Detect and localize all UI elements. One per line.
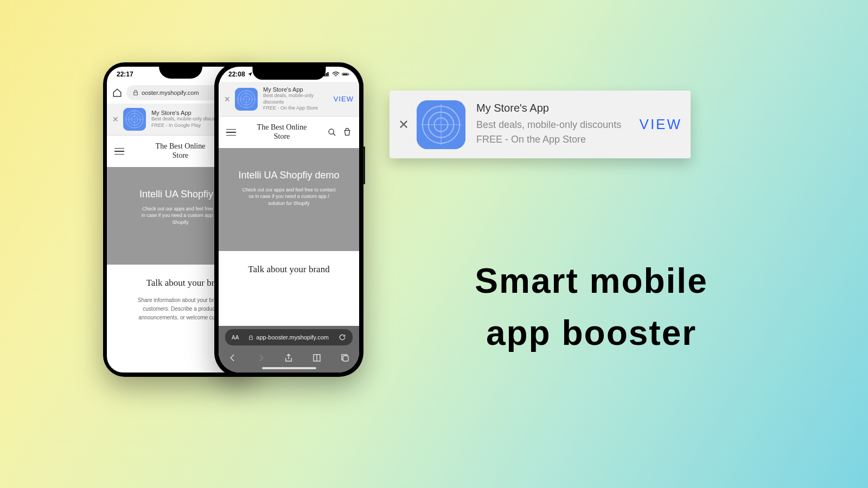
svg-rect-23 bbox=[343, 356, 348, 361]
store-title: The Best Online Store bbox=[236, 123, 328, 142]
cart-icon[interactable] bbox=[343, 128, 352, 137]
forward-icon[interactable] bbox=[256, 353, 266, 363]
banner-title: My Store's App bbox=[263, 86, 330, 93]
brand-section: Talk about your brand bbox=[219, 251, 359, 326]
hero-title: Intelli UA Shopfiy demo bbox=[229, 170, 348, 181]
app-icon bbox=[235, 88, 258, 111]
ios-phone-mockup: 22:08 ✕ My Store's App Best deals, mobil… bbox=[214, 62, 363, 377]
brand-title: Talk about your brand bbox=[228, 264, 349, 275]
app-icon bbox=[417, 100, 465, 149]
share-icon[interactable] bbox=[283, 353, 294, 363]
banner-free-line: FREE - On the App Store bbox=[263, 105, 330, 112]
lock-icon bbox=[133, 90, 138, 95]
lock-icon bbox=[248, 335, 253, 340]
url-text: app-booster.myshopify.com bbox=[256, 334, 329, 341]
hamburger-icon[interactable] bbox=[226, 129, 236, 136]
home-icon[interactable] bbox=[112, 88, 122, 98]
bookmarks-icon[interactable] bbox=[311, 353, 322, 363]
view-button[interactable]: VIEW bbox=[640, 116, 682, 133]
banner-subtitle-2: FREE - On the App Store bbox=[476, 132, 633, 147]
android-notch bbox=[159, 67, 202, 79]
svg-rect-11 bbox=[327, 72, 328, 76]
svg-point-21 bbox=[329, 129, 334, 134]
standalone-smart-banner: ✕ My Store's App Best deals, mobile-only… bbox=[390, 91, 691, 158]
search-icon[interactable] bbox=[328, 128, 336, 137]
ios-bottom-toolbar: AA app-booster.myshopify.com bbox=[219, 326, 359, 373]
location-icon bbox=[247, 72, 253, 77]
status-icons bbox=[322, 72, 349, 77]
close-icon[interactable]: ✕ bbox=[398, 117, 409, 132]
app-icon bbox=[123, 108, 146, 131]
svg-rect-10 bbox=[326, 73, 327, 76]
hero-section: Intelli UA Shopfiy demo Check out our ap… bbox=[219, 148, 359, 251]
svg-rect-13 bbox=[343, 74, 348, 75]
status-left: 22:08 bbox=[228, 70, 253, 78]
banner-subtitle: Best deals, mobile-only discounts bbox=[263, 93, 330, 105]
close-icon[interactable]: ✕ bbox=[112, 115, 119, 124]
tabs-icon[interactable] bbox=[340, 353, 350, 363]
home-indicator bbox=[262, 367, 316, 369]
status-time: 22:17 bbox=[117, 70, 133, 78]
view-button[interactable]: VIEW bbox=[334, 95, 354, 103]
svg-line-22 bbox=[333, 133, 335, 136]
hero-subtitle: Check out our apps and feel free to cont… bbox=[229, 187, 348, 207]
text-size-icon[interactable]: AA bbox=[232, 335, 239, 341]
store-header: The Best Online Store bbox=[219, 117, 359, 148]
url-text: ooster.myshopify.com bbox=[142, 89, 199, 96]
ios-notch bbox=[252, 67, 326, 80]
side-button bbox=[363, 146, 365, 184]
status-time: 22:08 bbox=[228, 70, 245, 78]
hamburger-icon[interactable] bbox=[114, 148, 124, 155]
reload-icon[interactable] bbox=[339, 333, 346, 341]
back-icon[interactable] bbox=[227, 353, 238, 363]
ios-url-bar[interactable]: AA app-booster.myshopify.com bbox=[225, 329, 353, 345]
banner-title: My Store's App bbox=[476, 102, 633, 114]
ios-smart-banner: ✕ My Store's App Best deals, mobile-only… bbox=[219, 82, 359, 117]
headline: Smart mobile app booster bbox=[401, 255, 781, 359]
svg-rect-14 bbox=[348, 74, 349, 75]
banner-subtitle-1: Best deals, mobile-only discounts bbox=[476, 118, 633, 132]
close-icon[interactable]: ✕ bbox=[224, 95, 231, 104]
